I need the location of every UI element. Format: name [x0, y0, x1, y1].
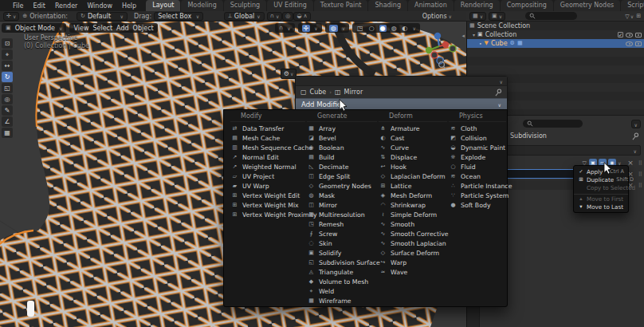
workspace-tab[interactable]: Shading: [368, 0, 407, 11]
modifier-menu-item[interactable]: ▦ Array: [307, 124, 377, 133]
modifier-menu-item[interactable]: ≋ Cloth: [449, 124, 506, 133]
viewport-menu-item[interactable]: View: [73, 25, 88, 32]
orientation-dropdown[interactable]: ↻ Default: [77, 12, 128, 21]
viewport-tool-button[interactable]: ✎: [2, 105, 13, 116]
modifier-menu-item[interactable]: ◫ Mirror: [307, 200, 377, 210]
workspace-tab[interactable]: Modeling: [181, 0, 222, 11]
pin-icon[interactable]: [632, 132, 639, 140]
outliner-row-collection[interactable]: ▾ ▣ Collection: [467, 30, 644, 39]
outliner-search[interactable]: [525, 12, 577, 20]
modifier-menu-item[interactable]: ◇ Surface Deform: [379, 248, 447, 258]
modifier-menu-item[interactable]: ◌ Skin: [307, 238, 377, 248]
viewport-tool-button[interactable]: ↻: [2, 72, 13, 82]
context-menu-item[interactable]: ✓ Apply Ctrl A: [574, 167, 628, 175]
workspace-tab[interactable]: Compositing: [501, 0, 553, 11]
modifier-menu-item[interactable]: ▦ Multiresolution: [307, 210, 377, 219]
modifier-menu-item[interactable]: ◍ Mask: [307, 191, 377, 200]
modifier-menu-item[interactable]: ◇ Geometry Nodes: [307, 181, 377, 191]
proportional-edit-toggle[interactable]: ◎: [282, 12, 293, 21]
zoom-tool-icon[interactable]: [438, 61, 447, 70]
outliner-row-cube[interactable]: • ▼ Cube ⚙ ▦: [467, 39, 644, 48]
workspace-tab[interactable]: Sculpting: [224, 0, 266, 11]
snap-button[interactable]: ∩: [275, 23, 295, 33]
modifier-menu-item[interactable]: ▱ UV Project: [230, 171, 305, 181]
hide-eye-icon[interactable]: [626, 41, 633, 46]
viewport-tool-button[interactable]: ◎: [2, 94, 13, 104]
modifier-menu-item[interactable]: ◩ Collision: [449, 133, 506, 143]
viewport-tool-button[interactable]: ⌖: [2, 49, 13, 60]
viewport-menu-item[interactable]: Select: [92, 25, 112, 32]
viewport-tool-button[interactable]: ◱: [2, 83, 13, 93]
modifier-menu-item[interactable]: ◒ Dynamic Paint: [449, 143, 506, 152]
modifier-menu-item[interactable]: ◫ Edge Split: [307, 171, 377, 181]
modifier-menu-item[interactable]: ▥ Mesh Sequence Cache: [230, 143, 305, 152]
modifier-menu-item[interactable]: ↪ Warp: [379, 258, 447, 267]
transform-orientation-dropdown[interactable]: ⟂ Global: [224, 12, 265, 21]
modifier-menu-item[interactable]: ⋔ Armature: [379, 124, 447, 133]
expand-dot-icon[interactable]: •: [479, 41, 482, 46]
workspace-tab[interactable]: Layout: [146, 0, 180, 11]
properties-search[interactable]: [523, 120, 583, 128]
workspace-tab[interactable]: Texture Paint: [314, 0, 368, 11]
shading-xray-icon[interactable]: ◳: [356, 25, 364, 32]
modifier-menu-item[interactable]: ≀ Simple Deform: [379, 210, 447, 219]
modifier-menu-item[interactable]: ∴ Particle Instance: [449, 181, 506, 191]
workspace-tab[interactable]: Rendering: [454, 0, 500, 11]
modifier-menu-item[interactable]: ∿ Smooth Corrective: [379, 229, 447, 238]
breadcrumb-object-name[interactable]: Cube: [310, 89, 327, 96]
modifier-menu-item[interactable]: ◬ Triangulate: [307, 267, 377, 277]
drag-dropdown[interactable]: Select Box: [154, 12, 203, 21]
modifier-menu-item[interactable]: ≋ Ocean: [449, 171, 506, 181]
breadcrumb-modifier-name[interactable]: Mirror: [344, 89, 363, 96]
workspace-tab[interactable]: Animation: [408, 0, 454, 11]
modifier-menu-item[interactable]: ◇ Laplacian Deform: [379, 171, 447, 181]
shading-material-icon[interactable]: ◍: [391, 25, 398, 32]
modifier-menu-item[interactable]: ∿ Smooth: [379, 219, 447, 229]
topbar-menu-item[interactable]: File: [8, 2, 28, 10]
modifier-menu-item[interactable]: ▦ Wireframe: [307, 296, 377, 305]
region-collapse-arrow[interactable]: ◂: [461, 33, 465, 39]
modifier-menu-item[interactable]: ∿ Curve: [379, 143, 447, 152]
modifier-menu-item[interactable]: ⊞ Vertex Weight Edit: [230, 191, 305, 200]
shading-wireframe-icon[interactable]: ○: [368, 25, 375, 32]
view-toggle-a[interactable]: ◒∧: [293, 12, 310, 21]
modifier-menu-item[interactable]: ◐ Cast: [379, 133, 447, 143]
modifier-menu-item[interactable]: ⊞ Vertex Weight Mix: [230, 200, 305, 210]
properties-options-button[interactable]: [631, 120, 641, 128]
mode-dropdown[interactable]: ▣ Object Mode: [2, 23, 66, 33]
modifier-menu-item[interactable]: ⇅ Displace: [379, 152, 447, 162]
modifier-menu-item[interactable]: ◠ Shrinkwrap: [379, 200, 447, 210]
modifier-menu-item[interactable]: ↗ Normal Edit: [230, 152, 305, 162]
topbar-menu-item[interactable]: Edit: [28, 2, 50, 10]
modifier-menu-item[interactable]: ▰ UV Warp: [230, 181, 305, 191]
topbar-menu-item[interactable]: Help: [117, 2, 141, 10]
disable-render-camera-icon[interactable]: [635, 33, 642, 37]
context-menu-item[interactable]: Copy to Selected: [574, 183, 628, 191]
outliner-row-scene-collection[interactable]: ▦ Scene Collection: [467, 22, 644, 30]
modifier-menu-item[interactable]: ∮ Screw: [307, 229, 377, 238]
drag-handle-icon[interactable]: [638, 170, 642, 178]
hide-eye-icon[interactable]: [626, 33, 633, 37]
modifier-menu-item[interactable]: ◺ Decimate: [307, 162, 377, 171]
shading-solid-icon[interactable]: ●: [379, 25, 387, 32]
expand-arrow-icon[interactable]: ▾: [473, 32, 475, 37]
viewport-tool-button[interactable]: ⊡: [2, 38, 13, 49]
modifier-menu-item[interactable]: ↗ Weighted Normal: [230, 162, 305, 171]
topbar-menu-item[interactable]: Render: [50, 2, 82, 10]
viewport-tool-button[interactable]: ∠: [2, 116, 13, 127]
add-modifier-button[interactable]: Add Modifier: [296, 98, 507, 109]
modifier-menu-item[interactable]: ∵ Particle System: [449, 191, 506, 200]
gizmo-toggle[interactable]: ✢: [298, 23, 322, 33]
snap-toggle[interactable]: ∩: [267, 12, 283, 21]
modifier-menu-item[interactable]: ● Soft Body: [449, 200, 506, 210]
modifier-menu-item[interactable]: ∿ Smooth Laplacian: [379, 238, 447, 248]
modifier-menu-item[interactable]: ▣ Solidify: [307, 248, 377, 258]
drag-handle-icon[interactable]: [638, 159, 642, 167]
delete-modifier-icon[interactable]: [627, 159, 634, 167]
modifier-menu-item[interactable]: ▤ Build: [307, 152, 377, 162]
modifier-menu-item[interactable]: ⊞ Vertex Weight Proximity: [230, 210, 305, 219]
modifier-menu-item[interactable]: ◳ Remesh: [307, 219, 377, 229]
overlays-toggle[interactable]: ◍: [325, 23, 349, 33]
workspace-tab[interactable]: UV Editing: [267, 0, 313, 11]
options-dropdown[interactable]: Options: [422, 12, 452, 20]
